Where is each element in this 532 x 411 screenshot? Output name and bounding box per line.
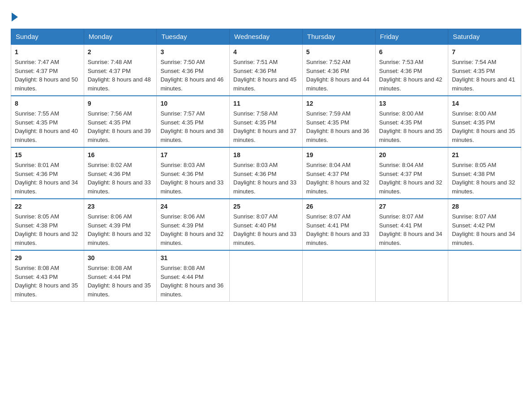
day-number: 9 [88, 99, 153, 108]
day-info: Sunrise: 8:00 AMSunset: 4:35 PMDaylight:… [379, 110, 442, 143]
day-info: Sunrise: 8:08 AMSunset: 4:43 PMDaylight:… [15, 265, 78, 298]
day-info: Sunrise: 7:47 AMSunset: 4:37 PMDaylight:… [15, 59, 78, 92]
week-row-1: 1Sunrise: 7:47 AMSunset: 4:37 PMDaylight… [11, 44, 521, 96]
page-header [11, 11, 521, 20]
day-number: 20 [379, 150, 445, 160]
table-row [302, 250, 375, 302]
day-info: Sunrise: 8:06 AMSunset: 4:39 PMDaylight:… [88, 213, 151, 246]
table-row: 16Sunrise: 8:02 AMSunset: 4:36 PMDayligh… [84, 147, 157, 199]
day-info: Sunrise: 8:08 AMSunset: 4:44 PMDaylight:… [88, 265, 151, 298]
table-row: 28Sunrise: 8:07 AMSunset: 4:42 PMDayligh… [448, 199, 521, 250]
day-number: 10 [160, 99, 226, 108]
day-number: 25 [233, 202, 299, 211]
table-row: 7Sunrise: 7:54 AMSunset: 4:35 PMDaylight… [448, 44, 521, 96]
table-row: 1Sunrise: 7:47 AMSunset: 4:37 PMDaylight… [11, 44, 84, 96]
table-row: 17Sunrise: 8:03 AMSunset: 4:36 PMDayligh… [157, 147, 230, 199]
day-info: Sunrise: 7:58 AMSunset: 4:35 PMDaylight:… [233, 110, 296, 143]
day-info: Sunrise: 8:04 AMSunset: 4:37 PMDaylight:… [306, 162, 369, 195]
day-info: Sunrise: 8:03 AMSunset: 4:36 PMDaylight:… [160, 162, 223, 195]
day-number: 21 [452, 150, 517, 160]
col-header-thursday: Thursday [302, 29, 375, 45]
table-row [230, 250, 303, 302]
col-header-monday: Monday [84, 29, 157, 45]
table-row [375, 250, 448, 302]
table-row: 25Sunrise: 8:07 AMSunset: 4:40 PMDayligh… [230, 199, 303, 250]
day-info: Sunrise: 7:52 AMSunset: 4:36 PMDaylight:… [306, 59, 369, 92]
col-header-saturday: Saturday [448, 29, 521, 45]
day-info: Sunrise: 8:07 AMSunset: 4:41 PMDaylight:… [306, 213, 369, 246]
col-header-tuesday: Tuesday [157, 29, 230, 45]
week-row-5: 29Sunrise: 8:08 AMSunset: 4:43 PMDayligh… [11, 250, 521, 302]
day-number: 3 [160, 47, 226, 57]
table-row: 3Sunrise: 7:50 AMSunset: 4:36 PMDaylight… [157, 44, 230, 96]
day-info: Sunrise: 7:50 AMSunset: 4:36 PMDaylight:… [160, 59, 223, 92]
day-info: Sunrise: 7:55 AMSunset: 4:35 PMDaylight:… [15, 110, 78, 143]
day-info: Sunrise: 8:02 AMSunset: 4:36 PMDaylight:… [88, 162, 151, 195]
day-number: 31 [160, 253, 226, 263]
day-number: 29 [15, 253, 80, 263]
day-number: 28 [452, 202, 517, 211]
table-row: 9Sunrise: 7:56 AMSunset: 4:35 PMDaylight… [84, 96, 157, 147]
calendar-table: SundayMondayTuesdayWednesdayThursdayFrid… [11, 29, 521, 302]
day-number: 15 [15, 150, 80, 160]
table-row: 21Sunrise: 8:05 AMSunset: 4:38 PMDayligh… [448, 147, 521, 199]
col-header-wednesday: Wednesday [230, 29, 303, 45]
table-row: 22Sunrise: 8:05 AMSunset: 4:38 PMDayligh… [11, 199, 84, 250]
day-number: 23 [88, 202, 153, 211]
day-number: 26 [306, 202, 372, 211]
day-number: 6 [379, 47, 445, 57]
day-info: Sunrise: 8:00 AMSunset: 4:35 PMDaylight:… [452, 110, 515, 143]
day-number: 19 [306, 150, 372, 160]
day-info: Sunrise: 7:57 AMSunset: 4:35 PMDaylight:… [160, 110, 223, 143]
week-row-3: 15Sunrise: 8:01 AMSunset: 4:36 PMDayligh… [11, 147, 521, 199]
day-number: 27 [379, 202, 445, 211]
table-row [448, 250, 521, 302]
day-info: Sunrise: 7:53 AMSunset: 4:36 PMDaylight:… [379, 59, 442, 92]
table-row: 8Sunrise: 7:55 AMSunset: 4:35 PMDaylight… [11, 96, 84, 147]
table-row: 5Sunrise: 7:52 AMSunset: 4:36 PMDaylight… [302, 44, 375, 96]
logo [11, 11, 18, 20]
table-row: 14Sunrise: 8:00 AMSunset: 4:35 PMDayligh… [448, 96, 521, 147]
day-info: Sunrise: 8:06 AMSunset: 4:39 PMDaylight:… [160, 213, 223, 246]
day-number: 30 [88, 253, 153, 263]
table-row: 23Sunrise: 8:06 AMSunset: 4:39 PMDayligh… [84, 199, 157, 250]
day-number: 14 [452, 99, 517, 108]
day-number: 24 [160, 202, 226, 211]
day-info: Sunrise: 8:04 AMSunset: 4:37 PMDaylight:… [379, 162, 442, 195]
day-number: 11 [233, 99, 299, 108]
logo-triangle-icon [12, 13, 18, 21]
day-number: 4 [233, 47, 299, 57]
day-number: 18 [233, 150, 299, 160]
day-number: 7 [452, 47, 517, 57]
day-number: 12 [306, 99, 372, 108]
day-number: 17 [160, 150, 226, 160]
day-info: Sunrise: 8:01 AMSunset: 4:36 PMDaylight:… [15, 162, 78, 195]
table-row: 2Sunrise: 7:48 AMSunset: 4:37 PMDaylight… [84, 44, 157, 96]
day-info: Sunrise: 8:07 AMSunset: 4:41 PMDaylight:… [379, 213, 442, 246]
table-row: 31Sunrise: 8:08 AMSunset: 4:44 PMDayligh… [157, 250, 230, 302]
day-number: 22 [15, 202, 80, 211]
day-info: Sunrise: 8:07 AMSunset: 4:42 PMDaylight:… [452, 213, 515, 246]
day-info: Sunrise: 8:07 AMSunset: 4:40 PMDaylight:… [233, 213, 296, 246]
week-row-4: 22Sunrise: 8:05 AMSunset: 4:38 PMDayligh… [11, 199, 521, 250]
day-number: 2 [88, 47, 153, 57]
day-number: 13 [379, 99, 445, 108]
table-row: 10Sunrise: 7:57 AMSunset: 4:35 PMDayligh… [157, 96, 230, 147]
day-info: Sunrise: 8:03 AMSunset: 4:36 PMDaylight:… [233, 162, 296, 195]
table-row: 20Sunrise: 8:04 AMSunset: 4:37 PMDayligh… [375, 147, 448, 199]
day-number: 8 [15, 99, 80, 108]
week-row-2: 8Sunrise: 7:55 AMSunset: 4:35 PMDaylight… [11, 96, 521, 147]
table-row: 19Sunrise: 8:04 AMSunset: 4:37 PMDayligh… [302, 147, 375, 199]
day-info: Sunrise: 7:56 AMSunset: 4:35 PMDaylight:… [88, 110, 151, 143]
table-row: 12Sunrise: 7:59 AMSunset: 4:35 PMDayligh… [302, 96, 375, 147]
table-row: 29Sunrise: 8:08 AMSunset: 4:43 PMDayligh… [11, 250, 84, 302]
day-number: 5 [306, 47, 372, 57]
table-row: 30Sunrise: 8:08 AMSunset: 4:44 PMDayligh… [84, 250, 157, 302]
day-info: Sunrise: 7:48 AMSunset: 4:37 PMDaylight:… [88, 59, 151, 92]
table-row: 18Sunrise: 8:03 AMSunset: 4:36 PMDayligh… [230, 147, 303, 199]
day-info: Sunrise: 7:59 AMSunset: 4:35 PMDaylight:… [306, 110, 369, 143]
table-row: 26Sunrise: 8:07 AMSunset: 4:41 PMDayligh… [302, 199, 375, 250]
col-header-friday: Friday [375, 29, 448, 45]
day-info: Sunrise: 8:05 AMSunset: 4:38 PMDaylight:… [452, 162, 515, 195]
table-row: 15Sunrise: 8:01 AMSunset: 4:36 PMDayligh… [11, 147, 84, 199]
